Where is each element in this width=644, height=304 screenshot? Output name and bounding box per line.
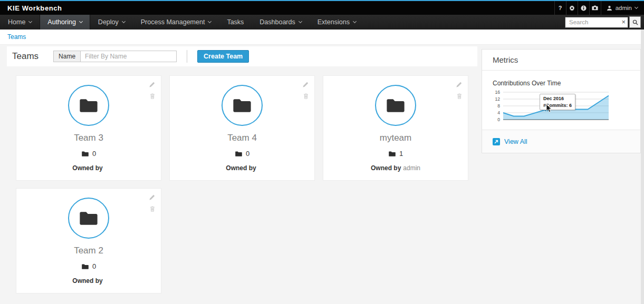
delete-trash-icon[interactable] bbox=[303, 93, 309, 100]
breadcrumb-teams[interactable]: Teams bbox=[7, 33, 26, 41]
svg-text:0: 0 bbox=[497, 117, 500, 122]
chevron-down-icon bbox=[122, 19, 126, 23]
masthead: KIE Workbench ? bbox=[0, 1, 644, 15]
metrics-footer: View All bbox=[482, 130, 640, 153]
metrics-panel: Metrics Contributions Over Time 0481216 … bbox=[482, 49, 641, 153]
team-name: Team 2 bbox=[16, 246, 161, 256]
nav-search: × bbox=[565, 15, 644, 30]
team-owner: Owned by bbox=[170, 164, 314, 172]
search-input[interactable] bbox=[565, 17, 628, 28]
view-all-link[interactable]: View All bbox=[493, 138, 527, 145]
team-name: Team 4 bbox=[170, 133, 314, 143]
scrollbar[interactable] bbox=[641, 30, 644, 304]
chart-plot-area[interactable]: 0481216 Dec 2016 #Commits: 6 bbox=[482, 89, 640, 129]
team-avatar[interactable] bbox=[375, 85, 416, 126]
screenshot-button[interactable] bbox=[589, 1, 601, 15]
page-header: Teams Name Create Team bbox=[7, 46, 477, 66]
team-card-grid: Team 3 0 Owned by Team 4 0 Ow bbox=[16, 75, 477, 293]
contributions-chart: Contributions Over Time 0481216 Dec 2016… bbox=[482, 71, 640, 130]
tooltip-date: Dec 2016 bbox=[543, 95, 572, 102]
main-nav: Home Authoring Deploy Process Management… bbox=[0, 15, 644, 30]
search-clear-icon[interactable]: × bbox=[621, 18, 626, 26]
chart-title: Contributions Over Time bbox=[493, 80, 561, 87]
svg-text:4: 4 bbox=[497, 110, 500, 115]
nav-item-process-management[interactable]: Process Management bbox=[133, 15, 219, 30]
help-button[interactable]: ? bbox=[554, 1, 566, 15]
breadcrumb: Teams bbox=[0, 30, 641, 45]
chevron-down-icon bbox=[353, 19, 357, 23]
team-folder-count: 1 bbox=[323, 150, 468, 158]
kie-workbench-app: KIE Workbench ? bbox=[0, 0, 644, 304]
team-folder-count: 0 bbox=[16, 150, 161, 158]
team-name: myteam bbox=[323, 133, 468, 143]
screenshot-camera-icon bbox=[592, 5, 598, 11]
page-title: Teams bbox=[12, 51, 39, 62]
info-button[interactable] bbox=[578, 1, 589, 15]
folder-icon bbox=[81, 263, 89, 270]
divider bbox=[187, 50, 187, 63]
metrics-title: Metrics bbox=[482, 50, 640, 71]
team-owner: Owned by bbox=[16, 277, 161, 285]
team-owner: Owned byadmin bbox=[323, 164, 468, 172]
folder-icon bbox=[79, 210, 99, 227]
search-button[interactable] bbox=[629, 16, 641, 28]
folder-icon bbox=[79, 97, 99, 114]
user-menu[interactable]: admin bbox=[601, 1, 644, 15]
nav-item-dashboards[interactable]: Dashboards bbox=[252, 15, 309, 30]
edit-pencil-icon[interactable] bbox=[302, 81, 309, 88]
team-name: Team 3 bbox=[16, 133, 161, 143]
nav-item-authoring[interactable]: Authoring bbox=[40, 15, 90, 30]
folder-icon bbox=[81, 151, 89, 157]
team-owner: Owned by bbox=[16, 164, 161, 172]
help-icon: ? bbox=[559, 5, 562, 11]
chevron-down-icon bbox=[28, 19, 32, 23]
chevron-down-icon bbox=[79, 19, 83, 23]
edit-pencil-icon[interactable] bbox=[456, 81, 463, 88]
svg-text:8: 8 bbox=[497, 103, 500, 109]
team-card[interactable]: Team 4 0 Owned by bbox=[169, 75, 315, 181]
team-card[interactable]: Team 3 0 Owned by bbox=[16, 75, 161, 181]
settings-button[interactable] bbox=[566, 1, 578, 15]
chevron-down-icon bbox=[208, 19, 212, 23]
masthead-utilities: ? admin bbox=[554, 1, 644, 15]
folder-icon bbox=[235, 151, 243, 157]
svg-text:12: 12 bbox=[495, 96, 501, 102]
settings-gear-icon bbox=[569, 5, 575, 11]
delete-trash-icon[interactable] bbox=[149, 93, 156, 100]
name-filter-group: Name bbox=[53, 51, 177, 62]
filter-by-name-input[interactable] bbox=[81, 51, 177, 62]
user-icon bbox=[607, 5, 612, 11]
folder-icon bbox=[232, 97, 252, 114]
edit-pencil-icon[interactable] bbox=[149, 81, 156, 88]
team-avatar[interactable] bbox=[222, 85, 263, 126]
edit-pencil-icon[interactable] bbox=[149, 194, 156, 201]
chart-tooltip: Dec 2016 #Commits: 6 bbox=[540, 94, 575, 110]
delete-trash-icon[interactable] bbox=[456, 93, 463, 100]
nav-item-extensions[interactable]: Extensions bbox=[310, 15, 364, 30]
team-card[interactable]: Team 2 0 Owned by bbox=[16, 188, 161, 293]
delete-trash-icon[interactable] bbox=[149, 205, 156, 212]
info-icon bbox=[581, 5, 587, 11]
filter-name-label: Name bbox=[53, 51, 81, 62]
chevron-down-icon bbox=[635, 5, 638, 8]
create-team-button[interactable]: Create Team bbox=[197, 50, 249, 63]
app-brand: KIE Workbench bbox=[7, 4, 62, 12]
user-name: admin bbox=[616, 5, 632, 11]
external-link-icon bbox=[493, 138, 500, 145]
search-icon bbox=[632, 19, 638, 25]
team-folder-count: 0 bbox=[170, 150, 314, 158]
svg-text:16: 16 bbox=[495, 90, 501, 95]
team-folder-count: 0 bbox=[16, 262, 161, 270]
folder-icon bbox=[386, 97, 406, 114]
team-avatar[interactable] bbox=[68, 198, 109, 239]
nav-item-tasks[interactable]: Tasks bbox=[219, 15, 252, 30]
nav-item-home[interactable]: Home bbox=[0, 15, 40, 30]
team-avatar[interactable] bbox=[68, 85, 109, 126]
chevron-down-icon bbox=[299, 19, 302, 23]
nav-item-deploy[interactable]: Deploy bbox=[90, 15, 133, 30]
mouse-cursor-icon bbox=[546, 104, 552, 113]
team-card[interactable]: myteam 1 Owned byadmin bbox=[323, 75, 468, 181]
folder-icon bbox=[388, 151, 396, 157]
